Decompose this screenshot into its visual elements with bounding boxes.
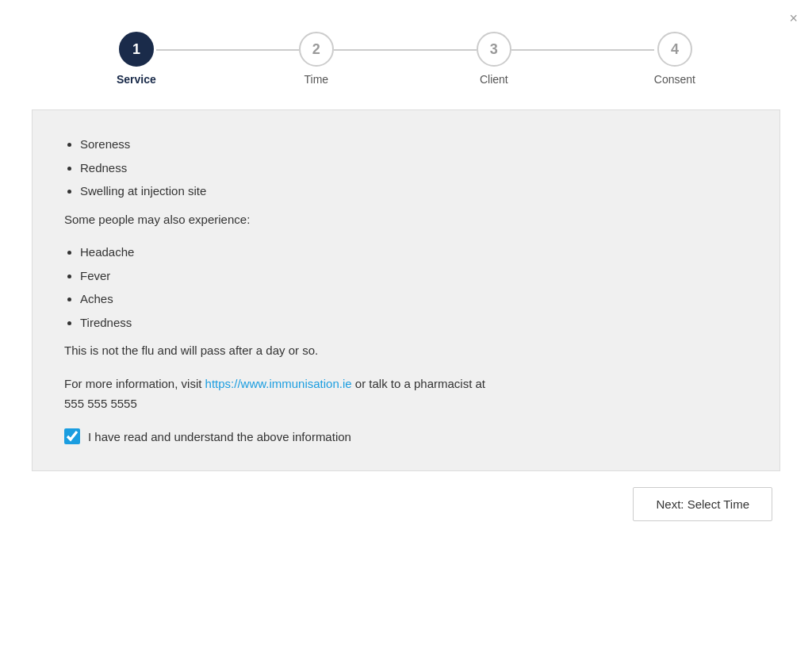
common-effects-list: Soreness Redness Swelling at injection s… <box>80 134 748 202</box>
additional-effects-list: Headache Fever Aches Tiredness <box>80 242 748 332</box>
list-item-redness: Redness <box>80 158 748 178</box>
step-2-circle: 2 <box>299 32 334 67</box>
step-2-label: Time <box>304 73 329 86</box>
checkbox-row: I have read and understand the above inf… <box>64 427 748 447</box>
bottom-bar: Next: Select Time <box>32 487 780 521</box>
more-info-prefix: For more information, visit <box>64 377 205 390</box>
step-connector-2-3 <box>334 49 477 51</box>
modal-container: × 1 Service 2 Time 3 Client <box>0 0 812 664</box>
step-4-label: Consent <box>654 73 695 86</box>
step-connector-3-4 <box>511 49 654 51</box>
close-button[interactable]: × <box>789 11 798 25</box>
immunisation-link[interactable]: https://www.immunisation.ie <box>205 377 352 390</box>
agree-label[interactable]: I have read and understand the above inf… <box>88 427 351 447</box>
step-2-wrapper: 2 Time <box>299 32 334 86</box>
step-1-wrapper: 1 Service <box>117 32 156 86</box>
list-item-fever: Fever <box>80 266 748 286</box>
content-area[interactable]: Soreness Redness Swelling at injection s… <box>32 109 780 471</box>
step-4-wrapper: 4 Consent <box>654 32 695 86</box>
next-button[interactable]: Next: Select Time <box>633 487 772 521</box>
step-4-circle: 4 <box>657 32 692 67</box>
list-item-headache: Headache <box>80 242 748 263</box>
step-3-label: Client <box>480 73 508 86</box>
list-item-tiredness: Tiredness <box>80 313 748 333</box>
list-item-aches: Aches <box>80 289 748 309</box>
phone-number: 555 555 5555 <box>64 397 137 410</box>
stepper: 1 Service 2 Time 3 Client 4 Consent <box>32 24 780 86</box>
agree-checkbox[interactable] <box>64 428 80 444</box>
step-3-wrapper: 3 Client <box>477 32 511 86</box>
some-people-intro: Some people may also experience: <box>64 209 748 230</box>
pass-note: This is not the flu and will pass after … <box>64 340 748 361</box>
list-item-soreness: Soreness <box>80 134 748 155</box>
step-1-label: Service <box>117 73 156 86</box>
step-1-circle: 1 <box>119 32 154 67</box>
more-info-paragraph: For more information, visit https://www.… <box>64 374 748 414</box>
list-item-swelling: Swelling at injection site <box>80 181 748 202</box>
more-info-suffix: or talk to a pharmacist at <box>352 377 485 390</box>
step-3-circle: 3 <box>477 32 511 67</box>
step-connector-1-2 <box>156 49 299 51</box>
